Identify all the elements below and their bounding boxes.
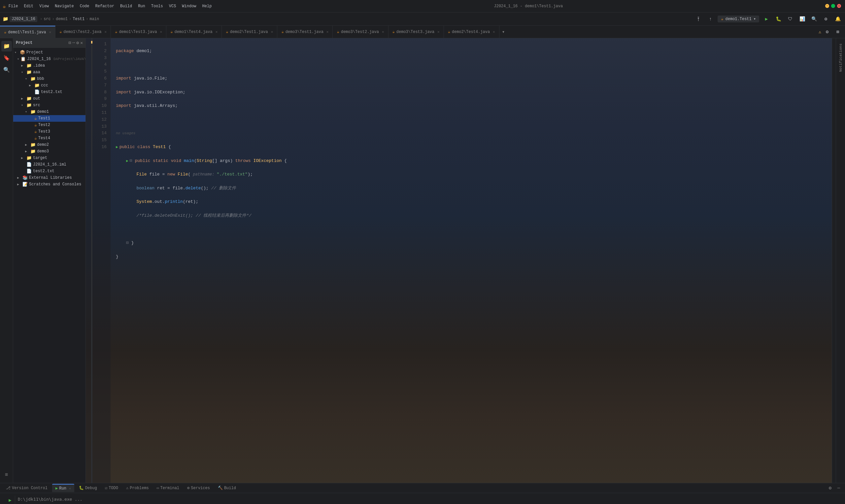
tree-item-j2024[interactable]: ▾ 📋 J2024_1_16 DAProject\JAVA\2024 [13, 56, 86, 62]
tree-item-src[interactable]: ▾ 📁 src [13, 102, 86, 109]
profiler-button[interactable]: 📊 [797, 15, 807, 24]
tab-close-8[interactable]: ✕ [493, 30, 495, 34]
tree-item-ccc[interactable]: ▶ 📁 ccc [13, 82, 86, 89]
bottom-tab-services[interactable]: ⚙ Services [184, 484, 213, 492]
bottom-tab-todo[interactable]: ☑ TODO [102, 484, 122, 492]
bottom-minimize-button[interactable]: ─ [835, 485, 842, 492]
tree-item-demo2[interactable]: ▶ 📁 demo2 [13, 142, 86, 148]
tree-item-scratches[interactable]: ▶ 📝 Scratches and Consoles [13, 181, 86, 188]
breadcrumb-src[interactable]: src [43, 17, 51, 21]
sidebar-structure-icon[interactable]: ≡ [1, 470, 12, 480]
menu-build[interactable]: Build [118, 3, 135, 10]
sidebar-find-icon[interactable]: 🔍 [1, 65, 12, 75]
bottom-tab-debug[interactable]: 🐛 Debug [75, 484, 100, 492]
bottom-tab-run-close[interactable]: ✕ [69, 487, 71, 490]
vcs-update-button[interactable]: ⭱ [694, 15, 703, 24]
notifications-button[interactable]: 🔔 [833, 15, 842, 24]
tree-arrow-demo3: ▶ [25, 149, 29, 154]
tab-demo1-test4[interactable]: ☕ demo1\Test4.java ✕ [166, 26, 222, 38]
tree-item-test3[interactable]: ☕ Test3 [13, 128, 86, 135]
bottom-tab-terminal[interactable]: ▭ Terminal [154, 485, 182, 492]
panel-scroll-icon[interactable]: ↔ [73, 40, 75, 46]
bottom-tab-build[interactable]: 🔨 Build [214, 484, 239, 492]
notifications-label[interactable]: Notifications [839, 41, 843, 74]
breadcrumb-test1[interactable]: Test1 [73, 17, 85, 21]
tab-demo3-test1[interactable]: ☕ demo3\Test1.java ✕ [277, 26, 333, 38]
search-button[interactable]: 🔍 [809, 15, 818, 24]
tree-item-test2txt-bbb[interactable]: 📄 test2.txt [13, 89, 86, 95]
tab-close-3[interactable]: ✕ [215, 30, 218, 34]
menu-refactor[interactable]: Refactor [93, 3, 117, 10]
tab-close-7[interactable]: ✕ [437, 30, 440, 34]
tree-item-test2[interactable]: ☕ Test2 [13, 122, 86, 128]
left-sidebar-strip: 📁 🔖 🔍 ≡ [0, 38, 13, 483]
menu-navigate[interactable]: Navigate [52, 3, 76, 10]
menu-view[interactable]: View [37, 3, 52, 10]
sidebar-bookmarks-icon[interactable]: 🔖 [1, 53, 12, 63]
breadcrumb-demo1[interactable]: demo1 [56, 17, 68, 21]
tree-item-bbb[interactable]: ▾ 📁 bbb [13, 75, 86, 82]
menu-code[interactable]: Code [77, 3, 92, 10]
vcs-push-button[interactable]: ↑ [706, 15, 715, 24]
run-button[interactable]: ▶ [762, 15, 771, 24]
tab-close-2[interactable]: ✕ [160, 30, 162, 34]
code-line-9: File file = new File( pathname: "./test.… [116, 171, 830, 178]
menu-file[interactable]: File [6, 3, 21, 10]
panel-close-icon[interactable]: ✕ [80, 40, 83, 46]
tab-demo2-test1[interactable]: ☕ demo2\Test1.java ✕ [222, 26, 277, 38]
tree-item-test4[interactable]: ☕ Test4 [13, 135, 86, 142]
panel-collapse-all-icon[interactable]: ⊟ [69, 40, 71, 46]
menu-run[interactable]: Run [135, 3, 148, 10]
menu-vcs[interactable]: VCS [166, 3, 179, 10]
bottom-tab-problems[interactable]: ⚠ Problems [123, 484, 152, 492]
code-body[interactable]: package demo1; import java.io.File; impo… [110, 38, 836, 483]
menu-edit[interactable]: Edit [21, 3, 36, 10]
project-name[interactable]: J2024_1_16 [10, 16, 37, 22]
tab-demo3-test2[interactable]: ☕ demo3\Test2.java ✕ [333, 26, 388, 38]
menu-help[interactable]: Help [200, 3, 214, 10]
tree-item-demo3[interactable]: ▶ 📁 demo3 [13, 148, 86, 155]
run-configuration[interactable]: ☕ demo1.Test1 ▾ [718, 16, 759, 22]
coverage-button[interactable]: 🛡 [786, 15, 795, 24]
close-button[interactable]: ✕ [837, 4, 841, 8]
tree-item-test1[interactable]: ☕ Test1 [13, 115, 86, 122]
tab-demo1-test3[interactable]: ☕ demo1\Test3.java ✕ [111, 26, 166, 38]
bottom-tab-todo-icon: ☑ [105, 486, 107, 490]
tree-item-idea[interactable]: ▶ 📁 .idea [13, 62, 86, 69]
tree-item-target[interactable]: ▶ 📁 target [13, 155, 86, 161]
bottom-tab-version-control[interactable]: ⎇ Version Control [3, 484, 51, 492]
tab-close-5[interactable]: ✕ [327, 30, 329, 34]
tree-item-test2txt-root[interactable]: 📄 test2.txt [13, 168, 86, 175]
tree-item-external-libs[interactable]: ▶ 📚 External Libraries [13, 175, 86, 181]
tab-close-6[interactable]: ✕ [382, 30, 384, 34]
tabs-more-button[interactable]: ▾ [499, 29, 507, 35]
panel-settings-icon[interactable]: ⚙ [76, 40, 79, 46]
breadcrumb-main[interactable]: main [89, 17, 99, 21]
tab-close-1[interactable]: ✕ [105, 30, 107, 34]
tabs-layout-button[interactable]: ⊞ [833, 28, 842, 37]
tabs-settings-button[interactable]: ⚙ [823, 28, 832, 37]
menu-tools[interactable]: Tools [148, 3, 166, 10]
tab-close-0[interactable]: ✕ [49, 30, 51, 34]
tree-item-iml[interactable]: 📄 J2024_1_16.iml [13, 161, 86, 168]
minimize-button[interactable]: ─ [825, 4, 829, 8]
settings-button[interactable]: ⚙ [821, 15, 830, 24]
bottom-panel: ⎇ Version Control ▶ Run ✕ 🐛 Debug ☑ TODO [0, 483, 845, 504]
param-string-arr: String [197, 158, 212, 163]
menu-window[interactable]: Window [179, 3, 199, 10]
tree-item-demo1[interactable]: ▾ 📁 demo1 [13, 109, 86, 115]
bottom-tab-run[interactable]: ▶ Run ✕ [52, 484, 74, 492]
debug-button[interactable]: 🐛 [774, 15, 783, 24]
tab-close-4[interactable]: ✕ [271, 30, 273, 34]
tab-demo3-test3[interactable]: ☕ demo3\Test3.java ✕ [388, 26, 444, 38]
tab-demo1-test2[interactable]: ☕ demo1\Test2.java ✕ [55, 26, 111, 38]
maximize-button[interactable]: □ [831, 4, 835, 8]
tree-item-aaa[interactable]: ▾ 📁 aaa [13, 69, 86, 75]
sidebar-project-icon[interactable]: 📁 [1, 41, 12, 52]
tree-item-out[interactable]: ▶ 📁 out [13, 95, 86, 102]
tree-item-project[interactable]: ▾ 📦 Project [13, 49, 86, 56]
bottom-settings-button[interactable]: ⚙ [827, 485, 834, 492]
run-rerun-button[interactable]: ▶ [6, 497, 14, 504]
tab-demo2-test4[interactable]: ☕ demo2\Test4.java ✕ [444, 26, 499, 38]
tab-demo1-test1[interactable]: ☕ demo1\Test1.java ✕ [0, 26, 55, 38]
